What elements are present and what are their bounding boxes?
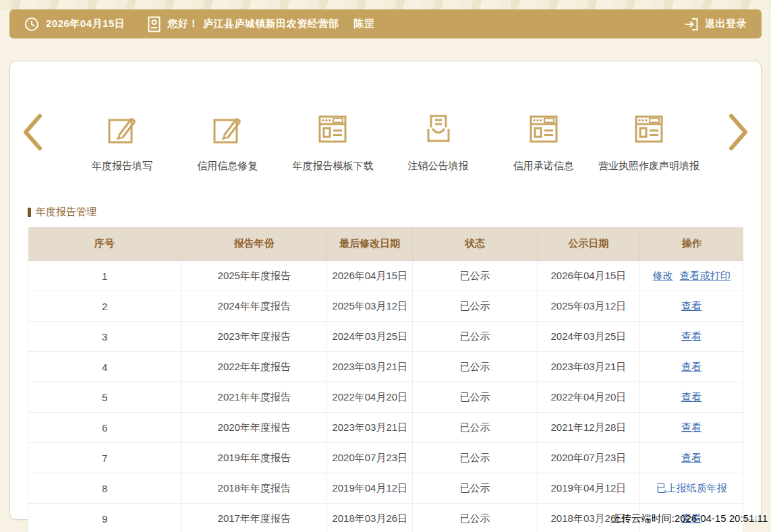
cell-status: 已公示 [413,291,537,322]
cell-index: 2 [28,291,181,322]
table-row: 7 2019年年度报告 2020年07月23日 已公示 2020年07月23日 … [28,443,743,473]
cell-index: 3 [28,322,181,352]
action-link[interactable]: 查看 [681,421,702,433]
cell-modified-date: 2026年04月15日 [327,261,413,291]
cell-actions: 查看 [640,413,743,443]
action-link[interactable]: 查看 [681,452,702,463]
cell-status: 已公示 [413,473,537,504]
credit-info-repair-icon [210,111,245,146]
cell-actions: 已上报纸质年报 [640,473,743,504]
cell-report-year: 2018年年度报告 [181,473,327,504]
table-column-header: 公示日期 [537,227,640,261]
section-header: 年度报告管理 [28,206,761,218]
cell-status: 已公示 [413,261,537,291]
cell-status: 已公示 [413,504,537,532]
cell-report-year: 2020年年度报告 [181,413,327,443]
credit-commitment-icon [526,111,561,146]
annual-report-table: 序号 报告年份 最后修改日期 状态 公示日期 操作 1 2025年年度报告 [28,227,743,532]
table-row: 5 2021年年度报告 2022年04月20日 已公示 2022年04月20日 … [28,382,743,413]
action-link[interactable]: 修改 [653,270,673,281]
table-row: 2 2024年年度报告 2025年03月12日 已公示 2025年03月12日 … [28,291,743,322]
cell-index: 7 [28,443,181,473]
carousel-item-label: 注销公告填报 [408,160,469,173]
background-texture [0,0,771,10]
cell-actions: 查看 [640,291,743,322]
logout-button[interactable]: 退出登录 [684,17,747,32]
carousel-item[interactable]: 注销公告填报 [386,111,491,173]
carousel-item[interactable]: 营业执照作废声明填报 [596,111,702,173]
cell-report-year: 2017年年度报告 [181,504,327,532]
table-row: 3 2023年年度报告 2024年03月25日 已公示 2024年03月25日 … [28,322,743,352]
cell-status: 已公示 [413,382,537,413]
cell-status: 已公示 [413,322,537,352]
topbar-left-group: 2026年04月15日 您好！ 庐江县庐城镇新田农资经营部 陈罡 [24,16,374,32]
cell-modified-date: 2022年04月20日 [327,382,413,413]
cell-actions: 查看 [640,352,743,382]
cell-publish-date: 2020年07月23日 [537,443,640,473]
cell-actions: 查看 [640,322,743,352]
current-date: 2026年04月15日 [46,18,125,30]
action-link[interactable]: 查看 [681,391,702,403]
id-badge-icon [148,16,161,32]
company-name: 庐江县庐城镇新田农资经营部 [203,18,339,30]
action-link[interactable]: 查看 [681,300,702,312]
carousel-item-label: 信用信息修复 [197,160,258,173]
table-column-header: 操作 [640,227,743,261]
table-header-row: 序号 报告年份 最后修改日期 状态 公示日期 操作 [28,227,743,261]
topbar: 2026年04月15日 您好！ 庐江县庐城镇新田农资经营部 陈罡 退出登录 [9,9,762,38]
table-column-header: 状态 [413,227,537,261]
table-column-header: 最后修改日期 [327,227,413,261]
cell-index: 8 [28,473,181,504]
action-link[interactable]: 查看或打印 [680,270,731,281]
action-link[interactable]: 查看 [681,330,702,342]
cell-modified-date: 2020年07月23日 [327,443,413,473]
table-row: 1 2025年年度报告 2026年04月15日 已公示 2026年04月15日 … [28,261,743,291]
carousel-item[interactable]: 信用信息修复 [175,111,280,173]
cell-publish-date: 2019年04月12日 [537,473,640,504]
cell-report-year: 2021年年度报告 [181,382,327,413]
table-column-header: 报告年份 [181,227,327,261]
action-link[interactable]: 查看 [681,361,702,372]
cell-status: 已公示 [413,352,537,382]
cancellation-notice-icon [421,111,456,146]
main-card: 年度报告填写 信用信息修复 [9,61,762,520]
section-bullet [28,208,31,217]
cell-publish-date: 2024年03月25日 [537,322,640,352]
annual-report-edit-icon [105,111,140,146]
cell-publish-date: 2021年12月28日 [537,413,640,443]
cell-report-year: 2023年年度报告 [181,322,327,352]
greeting-text: 您好！ [167,18,199,30]
table-row: 6 2020年年度报告 2023年03月21日 已公示 2021年12月28日 … [28,413,743,443]
user-name: 陈罡 [353,18,374,30]
cell-actions: 修改查看或打印 [640,261,743,291]
logout-icon [684,17,699,32]
table-column-header: 序号 [28,227,181,261]
table-row: 4 2022年年度报告 2023年03月21日 已公示 2023年03月21日 … [28,352,743,382]
action-status-text: 已上报纸质年报 [656,482,727,494]
cell-index: 6 [28,413,181,443]
cell-index: 9 [28,504,181,532]
carousel-item-label: 信用承诺信息 [513,160,574,173]
cell-actions: 查看 [640,443,743,473]
section-title: 年度报告管理 [36,206,96,218]
table-row: 8 2018年年度报告 2019年04月12日 已公示 2019年04月12日 … [28,473,743,504]
carousel-item[interactable]: 年度报告模板下载 [280,111,385,173]
cell-actions: 查看 [640,382,743,413]
cell-modified-date: 2025年03月12日 [327,291,413,322]
report-template-download-icon [315,111,350,146]
carousel-item[interactable]: 信用承诺信息 [491,111,596,173]
clock-icon [24,17,39,32]
cell-index: 1 [28,261,181,291]
cell-report-year: 2025年年度报告 [181,261,327,291]
carousel-item-label: 营业执照作废声明填报 [598,160,699,173]
cell-report-year: 2024年年度报告 [181,291,327,322]
carousel-next-button[interactable] [727,113,750,154]
cell-report-year: 2022年年度报告 [181,352,327,382]
carousel-item-label: 年度报告填写 [92,160,152,173]
upload-timestamp: 上传云端时间:2026-04-15 20:51:11 [611,512,768,525]
cell-publish-date: 2025年03月12日 [537,291,640,322]
carousel-item[interactable]: 年度报告填写 [69,111,175,173]
cell-publish-date: 2023年03月21日 [537,352,640,382]
cell-modified-date: 2024年03月25日 [327,322,413,352]
carousel-prev-button[interactable] [21,113,44,154]
